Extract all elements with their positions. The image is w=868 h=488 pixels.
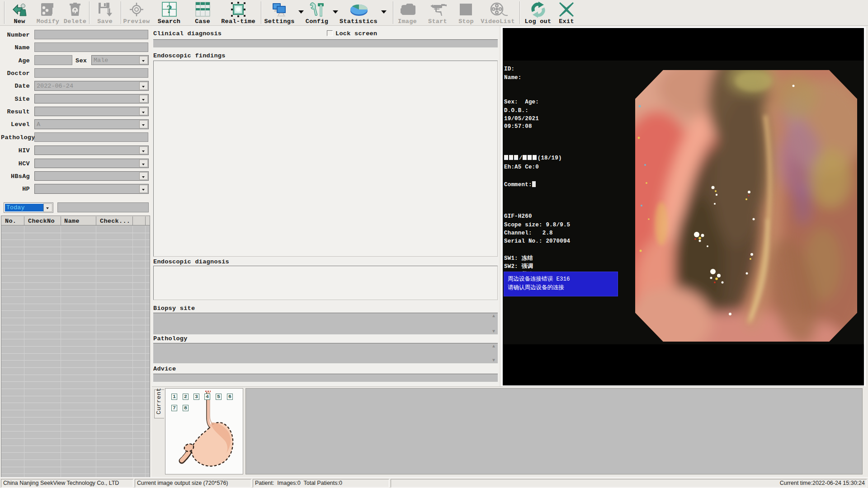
svg-text:?: ? [166,3,172,16]
